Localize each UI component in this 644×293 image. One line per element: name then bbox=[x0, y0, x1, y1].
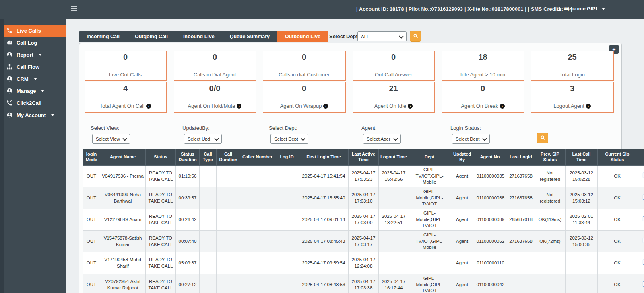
sidebar-item-label: Report bbox=[17, 52, 33, 58]
sidebar-item-report[interactable]: Report bbox=[4, 49, 66, 61]
filter-dropdown-select-dept[interactable]: Select Dept bbox=[270, 134, 308, 144]
welcome-user-menu[interactable]: Welcome GIPL bbox=[557, 6, 605, 12]
table-cell: 2025-04-17 17:03:00 bbox=[349, 209, 379, 231]
edit-note-button[interactable] bbox=[642, 281, 644, 287]
table-cell: READY TO TAKE CALL bbox=[146, 209, 176, 231]
dept-search-button[interactable] bbox=[410, 31, 421, 42]
filter-dropdown-select-view[interactable]: Select View bbox=[92, 134, 130, 144]
sidebar-item-manage[interactable]: Manage bbox=[4, 85, 66, 97]
info-icon[interactable]: i bbox=[237, 104, 242, 109]
column-header-first-login-time: First Login Time bbox=[299, 149, 349, 166]
table-cell: Agent bbox=[450, 187, 474, 209]
table-cell: GIPL-TV/IOT,GIPL-Mobile bbox=[409, 231, 450, 252]
table-cell bbox=[275, 231, 299, 252]
stat-label: Total Login bbox=[559, 72, 585, 78]
tab-incoming-call[interactable]: Incoming Call bbox=[79, 31, 127, 42]
filter-label: UpdatedBy: bbox=[182, 125, 222, 131]
select-dept-dropdown[interactable]: ALL bbox=[357, 31, 407, 41]
filter-group-agent: Agent:Select Ager bbox=[361, 125, 401, 144]
tab-bar: Incoming CallOutgoing CallInbound LiveQu… bbox=[79, 31, 328, 42]
table-cell: V20792954-Akhil Kumar Rajpoot bbox=[100, 274, 146, 293]
sidebar-item-live-calls[interactable]: Live Calls bbox=[4, 25, 66, 37]
column-header-actions bbox=[637, 149, 644, 166]
table-cell: 01100000035 bbox=[474, 166, 507, 187]
filter-dropdown-updatedby[interactable]: Select Upd bbox=[184, 134, 222, 144]
column-header-last-active-time: Last Active Time bbox=[349, 149, 379, 166]
column-header-caller-number: Caller Number bbox=[240, 149, 275, 166]
tab-inbound-live[interactable]: Inbound Live bbox=[175, 31, 222, 42]
table-cell bbox=[507, 274, 535, 293]
sidebar-item-my-account[interactable]: My Account bbox=[4, 109, 66, 121]
table-cell: 00:26:42 bbox=[176, 209, 200, 231]
stat-value: 25 bbox=[568, 53, 576, 62]
table-cell bbox=[379, 252, 409, 274]
table-cell: 00:39:57 bbox=[176, 187, 200, 209]
stat-card-agent-on-idle: 21Agent On Idlei bbox=[353, 82, 435, 113]
stat-label: Calls in Dial Agent bbox=[194, 72, 236, 78]
stat-label: Agent On Hold/Mutei bbox=[188, 103, 242, 109]
filters-search-button[interactable] bbox=[537, 133, 548, 143]
user-circle-icon bbox=[6, 112, 13, 118]
tab-queue-summary[interactable]: Queue Summary bbox=[222, 31, 277, 42]
agents-table: login ModeAgent NameStatusStatus Duratio… bbox=[83, 149, 644, 293]
edit-note-button[interactable] bbox=[642, 194, 644, 201]
search-icon bbox=[540, 135, 545, 141]
filter-dropdown-agent[interactable]: Select Ager bbox=[363, 134, 401, 144]
tab-outbound-live[interactable]: Outbound Live bbox=[277, 31, 328, 42]
table-cell bbox=[275, 209, 299, 231]
column-header-last-logid: Last Logid bbox=[507, 149, 535, 166]
table-cell bbox=[409, 252, 450, 274]
edit-note-button[interactable] bbox=[642, 172, 644, 179]
sidebar-menu: Live CallsCall LogReportCall FlowCRMMana… bbox=[0, 19, 66, 121]
stat-card-out-call-answer: 0Out Call Answer bbox=[353, 51, 435, 81]
tab-outgoing-call[interactable]: Outgoing Call bbox=[127, 31, 175, 42]
filter-label: Select View: bbox=[91, 125, 130, 131]
top-bar: | Account ID: 18178 | Pilot No.:07316129… bbox=[0, 0, 644, 19]
hamburger-menu-icon[interactable] bbox=[71, 6, 77, 7]
stat-card-idle-agent-10-min: 18Idle Agent > 10 min bbox=[442, 51, 524, 81]
sidebar-item-call-flow[interactable]: Call Flow bbox=[4, 61, 66, 73]
sidebar-item-call-log[interactable]: Call Log bbox=[4, 37, 66, 49]
table-cell bbox=[240, 252, 275, 274]
edit-note-button[interactable] bbox=[642, 215, 644, 222]
caret-down-icon bbox=[41, 90, 44, 92]
info-icon[interactable]: i bbox=[500, 104, 505, 109]
table-cell: Agent bbox=[450, 166, 474, 187]
column-header-login-mode: login Mode bbox=[83, 149, 100, 166]
info-icon[interactable]: i bbox=[323, 104, 328, 109]
filter-group-select-view: Select View:Select View bbox=[91, 125, 130, 144]
stat-value: 0 bbox=[302, 84, 306, 93]
sidebar-item-crm[interactable]: CRM bbox=[4, 73, 66, 85]
stat-value: 0 bbox=[213, 53, 217, 62]
sidebar: Live CallsCall LogReportCall FlowCRMMana… bbox=[0, 19, 66, 293]
table-cell: 00:27:12 bbox=[176, 274, 200, 293]
filter-dropdown-wrap: Select Dept bbox=[270, 134, 308, 144]
info-icon[interactable]: i bbox=[586, 104, 591, 109]
user-icon bbox=[557, 6, 562, 12]
stats-row-2: 4Total Agent On Calli0/0Agent On Hold/Mu… bbox=[85, 82, 614, 113]
filter-dropdown-login-status[interactable]: Select Dept bbox=[452, 134, 490, 144]
info-icon[interactable]: i bbox=[146, 104, 151, 109]
table-cell: Agent bbox=[450, 252, 474, 274]
table-cell: 2025-04-17 15:41:54 bbox=[299, 166, 349, 187]
edit-note-button[interactable] bbox=[642, 259, 644, 266]
table-cell: READY TO TAKE CALL bbox=[146, 231, 176, 252]
table-cell bbox=[200, 187, 217, 209]
stat-value: 0/0 bbox=[209, 84, 221, 93]
table-cell bbox=[566, 274, 598, 293]
info-icon[interactable]: i bbox=[408, 104, 413, 109]
sidebar-item-label: Manage bbox=[17, 88, 36, 94]
main-content: Incoming CallOutgoing CallInbound LiveQu… bbox=[66, 19, 644, 293]
filter-dropdown-wrap: Select Dept bbox=[452, 134, 490, 144]
filter-group-updatedby: UpdatedBy:Select Upd bbox=[182, 125, 222, 144]
sidebar-item-label: Live Calls bbox=[17, 28, 41, 34]
table-cell bbox=[507, 252, 535, 274]
sidebar-item-label: Call Log bbox=[17, 40, 37, 46]
edit-note-button[interactable] bbox=[642, 237, 644, 244]
sidebar-item-click2call[interactable]: Click2Call bbox=[4, 97, 66, 109]
column-header-prev-sip-status: Prev. SIP Status bbox=[535, 149, 566, 166]
table-cell: OUT bbox=[83, 187, 100, 209]
search-icon bbox=[413, 33, 418, 40]
welcome-label: Welcome GIPL bbox=[564, 6, 599, 12]
table-cell bbox=[535, 252, 566, 274]
